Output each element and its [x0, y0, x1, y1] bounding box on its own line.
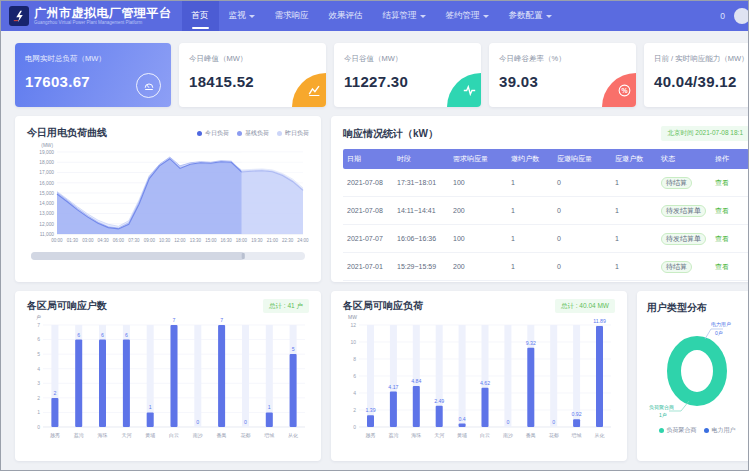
app-subtitle: Guangzhou Virtual Power Plant Management… — [34, 20, 172, 26]
svg-text:24:00: 24:00 — [297, 238, 309, 243]
district-load-panel: 各区局可响应负荷 总计 : 40.04 MW MW0246810121.39越秀… — [331, 291, 627, 461]
app-title: 广州市虚拟电厂管理平台 — [34, 7, 172, 20]
table-header-cell-6: 状态 — [657, 149, 711, 169]
district-load-head: 各区局可响应负荷 总计 : 40.04 MW — [343, 299, 615, 313]
svg-text:增城: 增城 — [263, 432, 274, 438]
chart-zoom-range[interactable] — [31, 252, 245, 260]
svg-text:0: 0 — [506, 419, 509, 425]
table-cell-2: 200 — [449, 207, 507, 214]
svg-text:01:30: 01:30 — [67, 238, 79, 243]
nav-item-home[interactable]: 首页 — [182, 1, 219, 31]
load-panel-head: 今日用电负荷曲线 今日负荷基线负荷昨日负荷 — [27, 126, 309, 140]
svg-text:1: 1 — [37, 409, 40, 415]
svg-text:花都: 花都 — [549, 432, 559, 439]
nav-item-label: 效果评估 — [329, 10, 363, 22]
action-cell: 查看 — [711, 206, 749, 216]
svg-text:从化: 从化 — [595, 432, 605, 439]
nav-item-label: 参数配置 — [509, 10, 543, 22]
response-panel-title: 响应情况统计（kW） — [343, 127, 438, 141]
table-header-cell-7: 操作 — [711, 149, 749, 169]
view-link[interactable]: 查看 — [715, 235, 729, 242]
table-cell-4: 0 — [553, 235, 611, 242]
table-header-cell-1: 时段 — [393, 149, 449, 169]
status-badge: 待结算 — [661, 177, 692, 189]
nav-item-label: 监视 — [229, 10, 246, 22]
status-cell: 待发结算单 — [657, 205, 711, 217]
svg-text:1.39: 1.39 — [365, 407, 375, 413]
table-cell-2: 100 — [449, 179, 507, 186]
svg-text:4.17: 4.17 — [388, 384, 398, 390]
svg-text:6: 6 — [77, 332, 80, 338]
user-type-legend-item-0[interactable]: 负荷聚合商 — [659, 426, 697, 435]
legend-item-1[interactable]: 基线负荷 — [237, 129, 269, 138]
nav-item-settlement[interactable]: 结算管理 — [373, 1, 436, 31]
svg-text:4: 4 — [353, 390, 356, 396]
svg-text:15:00: 15:00 — [205, 238, 217, 243]
notification-badge[interactable]: 0 — [720, 11, 725, 21]
user-type-legend-item-1[interactable]: 电力用户 — [704, 426, 736, 435]
chevron-down-icon — [546, 15, 552, 18]
view-link[interactable]: 查看 — [715, 179, 729, 186]
view-link[interactable]: 查看 — [715, 207, 729, 214]
svg-text:03:00: 03:00 — [82, 238, 94, 243]
svg-text:8: 8 — [353, 356, 356, 362]
table-cell-1: 16:06~16:36 — [393, 235, 449, 242]
nav-item-label: 需求响应 — [275, 10, 309, 22]
svg-text:3: 3 — [37, 380, 40, 386]
legend-label: 昨日负荷 — [285, 129, 309, 138]
status-cell: 待结算 — [657, 177, 711, 189]
svg-text:花都: 花都 — [241, 432, 251, 439]
svg-text:黄埔: 黄埔 — [145, 432, 155, 438]
svg-text:4.62: 4.62 — [480, 380, 490, 386]
district-load-svg: MW0246810121.39越秀4.17荔湾4.84海珠2.49天河0.4黄埔… — [343, 313, 615, 453]
peak-chart-icon — [308, 83, 321, 101]
svg-text:4.84: 4.84 — [411, 378, 421, 384]
svg-text:0: 0 — [196, 419, 199, 425]
legend-item-2[interactable]: 昨日负荷 — [277, 129, 309, 138]
svg-text:16,000: 16,000 — [39, 181, 54, 186]
kpi-card-today-peak[interactable]: 今日峰值（MW）18415.52 — [179, 43, 326, 107]
svg-text:负荷聚合商: 负荷聚合商 — [649, 404, 674, 411]
user-avatar[interactable] — [734, 8, 749, 24]
svg-text:海珠: 海珠 — [98, 432, 108, 439]
user-type-donut-svg: 电力用户0户负荷聚合商1户 — [647, 315, 747, 419]
svg-text:18:00: 18:00 — [236, 238, 248, 243]
svg-text:16:30: 16:30 — [220, 238, 232, 243]
legend-dot-icon — [197, 131, 202, 136]
svg-text:7: 7 — [37, 322, 40, 328]
kpi-card-grid-realtime-load[interactable]: 电网实时总负荷（MW）17603.67 — [15, 43, 171, 107]
svg-text:1户: 1户 — [659, 412, 667, 418]
kpi-card-peak-valley-rate[interactable]: 今日峰谷差率（%）39.03% — [489, 43, 636, 107]
svg-text:10:30: 10:30 — [159, 238, 171, 243]
kpi-card-today-valley[interactable]: 今日谷值（MW）11227.30 — [334, 43, 481, 107]
legend-item-0[interactable]: 今日负荷 — [197, 129, 229, 138]
table-cell-4: 0 — [553, 179, 611, 186]
table-cell-2: 100 — [449, 235, 507, 242]
svg-text:18,000: 18,000 — [39, 160, 54, 165]
status-cell: 待结算 — [657, 261, 711, 273]
nav-item-contract[interactable]: 签约管理 — [436, 1, 499, 31]
nav-item-monitor[interactable]: 监视 — [219, 1, 265, 31]
nav-item-effect-evaluation[interactable]: 效果评估 — [319, 1, 373, 31]
chevron-down-icon — [249, 15, 255, 18]
kpi-label: 电网实时总负荷（MW） — [25, 54, 161, 64]
svg-text:09:00: 09:00 — [144, 238, 156, 243]
action-cell: 查看 — [711, 262, 749, 272]
response-table: 日期时段需求响应量邀约户数应邀响应量应邀户数状态操作2021-07-0817:3… — [343, 149, 749, 281]
chart-zoom-handle[interactable] — [242, 253, 245, 259]
svg-text:0.92: 0.92 — [572, 411, 582, 417]
dashboard-content: 电网实时总负荷（MW）17603.67今日峰值（MW）18415.52今日谷值（… — [1, 31, 748, 461]
top-navbar: 广州市虚拟电厂管理平台 Guangzhou Virtual Power Plan… — [1, 1, 748, 31]
bottom-row: 各区局可响应户数 总计 : 41 户 户012345672越秀6荔湾6海珠6天河… — [15, 291, 748, 461]
kpi-card-response-capacity[interactable]: 日前 / 实时响应能力（MW）40.04/39.12 — [644, 43, 749, 107]
district-users-title: 各区局可响应户数 — [27, 299, 107, 313]
nav-item-demand-response[interactable]: 需求响应 — [265, 1, 319, 31]
kpi-row: 电网实时总负荷（MW）17603.67今日峰值（MW）18415.52今日谷值（… — [15, 43, 748, 107]
svg-text:14,000: 14,000 — [39, 201, 54, 206]
view-link[interactable]: 查看 — [715, 263, 729, 270]
table-cell-4: 0 — [553, 207, 611, 214]
svg-text:MW: MW — [348, 314, 357, 320]
nav-item-parameters[interactable]: 参数配置 — [499, 1, 562, 31]
svg-text:5: 5 — [292, 346, 295, 352]
user-type-legend: 负荷聚合商电力用户 — [647, 426, 747, 435]
